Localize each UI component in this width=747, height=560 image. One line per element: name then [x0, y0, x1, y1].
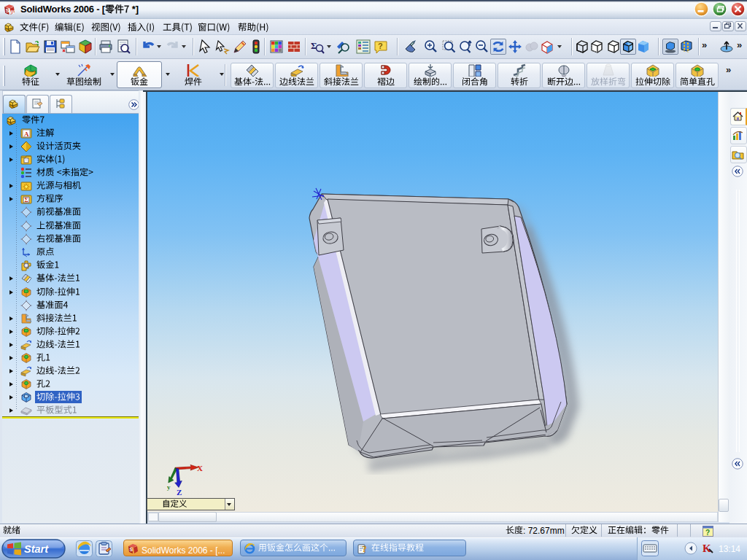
svg-text:S: S — [130, 547, 133, 552]
svg-text:Start: Start — [24, 543, 49, 555]
svg-text:Σ: Σ — [24, 197, 28, 203]
svg-text:?: ? — [378, 42, 383, 50]
svg-text:?: ? — [705, 529, 710, 537]
svg-text:S: S — [6, 8, 9, 13]
svg-text:K: K — [703, 542, 711, 554]
svg-text:Z: Z — [177, 488, 182, 497]
svg-text:A: A — [24, 131, 29, 138]
svg-text:?: ? — [363, 544, 367, 554]
svg-text:W: W — [9, 9, 15, 15]
svg-text:X: X — [197, 464, 203, 472]
svg-text:y: y — [167, 483, 171, 491]
